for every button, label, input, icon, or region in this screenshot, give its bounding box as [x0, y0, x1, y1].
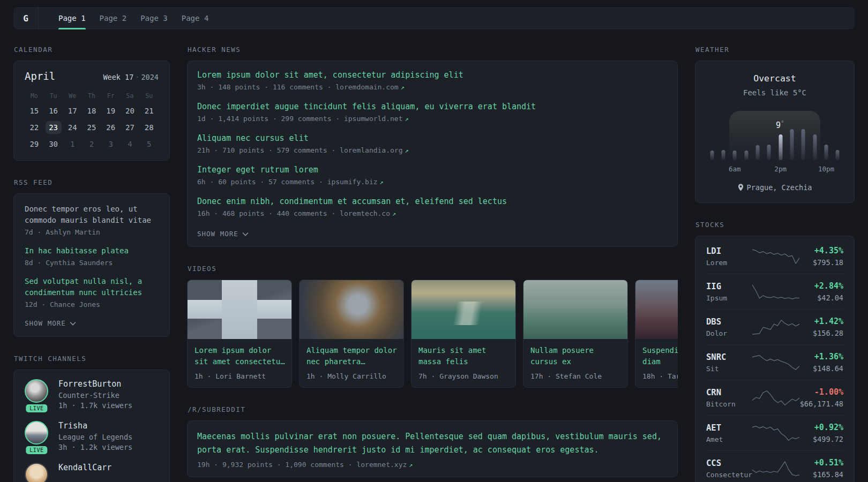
- tab-page-4[interactable]: Page 4: [175, 7, 216, 29]
- video-card[interactable]: Nullam posuere cursus ex 17h · Stefan Co…: [523, 280, 628, 388]
- stock-change: +0.51%: [799, 458, 843, 468]
- hn-item-meta: 21h · 710 points · 579 comments · loreml…: [197, 146, 668, 154]
- stock-symbol: CCS: [706, 458, 752, 468]
- stock-row[interactable]: IIG Ipsum +2.84% $42.04: [706, 274, 843, 309]
- video-card[interactable]: Suspendisse sodales diam 18h · Tara Walt…: [635, 280, 678, 388]
- calendar-day[interactable]: 28: [141, 121, 157, 134]
- tab-page-2[interactable]: Page 2: [93, 7, 134, 29]
- hn-item[interactable]: Integer eget rutrum lorem 6h · 60 points…: [197, 165, 668, 186]
- video-card[interactable]: Lorem ipsum dolor sit amet consectetu… 1…: [187, 280, 292, 388]
- stock-change: +0.92%: [799, 423, 843, 432]
- app-logo: G: [13, 7, 39, 29]
- calendar-day[interactable]: 2: [84, 138, 100, 150]
- temp-bar-cell: [717, 127, 729, 160]
- right-column: WEATHER Overcast Feels like 5°C 9° 6am2p…: [695, 46, 855, 482]
- calendar-year: 2024: [141, 73, 159, 81]
- calendar-day[interactable]: 22: [26, 121, 42, 134]
- stock-row[interactable]: LDI Lorem +4.35% $795.18: [706, 239, 843, 274]
- hn-item[interactable]: Lorem ipsum dolor sit amet, consectetur …: [197, 70, 668, 91]
- temp-bar-cell: [764, 127, 775, 160]
- rss-item[interactable]: Sed volutpat nulla nisl, a condimentum n…: [25, 276, 159, 308]
- video-meta: 1h · Lori Barnett: [194, 372, 285, 380]
- calendar-day[interactable]: 24: [64, 121, 80, 134]
- channel-game: League of Legends: [58, 433, 132, 441]
- avatar: [25, 463, 48, 482]
- video-title-line: nec pharetra…: [306, 356, 396, 367]
- channel-name: Trisha: [58, 421, 132, 431]
- hn-item[interactable]: Aliquam nec cursus elit 21h · 710 points…: [197, 133, 668, 154]
- rss-item[interactable]: Donec tempor eros leo, ut commodo mauris…: [25, 204, 159, 236]
- temp-bar-cell: [729, 127, 740, 160]
- calendar-day[interactable]: 18: [84, 104, 100, 117]
- hn-item-title: Donec imperdiet augue tincidunt felis al…: [197, 102, 668, 111]
- show-more-label: SHOW MORE: [197, 230, 238, 238]
- video-title-line: Nullam posuere: [530, 345, 620, 356]
- show-more-label: SHOW MORE: [25, 319, 66, 327]
- hn-item-title: Integer eget rutrum lorem: [197, 165, 668, 175]
- calendar-weekday-label: Tu: [44, 91, 63, 101]
- calendar-day[interactable]: 27: [122, 121, 138, 134]
- calendar-weekday-label: Fr: [101, 91, 121, 101]
- stock-name: Sit: [706, 365, 752, 373]
- calendar-day[interactable]: 15: [26, 104, 42, 117]
- stock-change: +4.35%: [799, 246, 843, 255]
- calendar-day[interactable]: 3: [103, 138, 119, 150]
- calendar-day[interactable]: 29: [26, 138, 42, 150]
- calendar-day[interactable]: 25: [84, 121, 100, 134]
- avatar: [25, 379, 48, 403]
- reddit-post[interactable]: Maecenas mollis pulvinar erat non posuer…: [197, 430, 668, 469]
- calendar-day[interactable]: 4: [122, 138, 138, 150]
- calendar-day[interactable]: 26: [103, 121, 119, 134]
- video-meta: 7h · Grayson Dawson: [418, 372, 508, 380]
- calendar-day[interactable]: 19: [103, 104, 119, 117]
- stocks-widget: STOCKS LDI Lorem +4.35% $795.18: [695, 221, 855, 482]
- channel-name: ForrestBurton: [58, 379, 132, 389]
- twitch-channel[interactable]: LIVE Trisha League of Legends 3h · 1.2k …: [25, 421, 159, 451]
- reddit-post-meta: 19h · 9,932 points · 1,090 comments · lo…: [197, 461, 668, 469]
- tab-page-1[interactable]: Page 1: [51, 7, 93, 29]
- rss-show-more-button[interactable]: SHOW MORE: [25, 319, 76, 327]
- calendar-day[interactable]: 30: [46, 138, 62, 150]
- calendar-day[interactable]: 1: [64, 138, 80, 150]
- twitch-channel[interactable]: LIVE ForrestBurton Counter-Strike 1h · 1…: [25, 379, 159, 410]
- hn-item[interactable]: Donec enim nibh, condimentum et accumsan…: [197, 197, 668, 217]
- reddit-post-title-line: Maecenas mollis pulvinar erat non posuer…: [197, 430, 668, 443]
- stock-row[interactable]: DBS Dolor +1.42% $156.28: [706, 309, 843, 344]
- tab-page-3[interactable]: Page 3: [133, 7, 175, 29]
- stocks-card: LDI Lorem +4.35% $795.18 IIG Ipsum: [695, 236, 855, 482]
- stock-sparkline: [752, 353, 799, 372]
- calendar-weekday-label: Th: [82, 91, 101, 101]
- stock-row[interactable]: CRN Bitcorn -1.00% $66,171.48: [706, 380, 843, 415]
- calendar-day[interactable]: 20: [122, 104, 138, 117]
- hn-show-more-button[interactable]: SHOW MORE: [197, 230, 249, 238]
- temp-bar: [802, 129, 805, 160]
- weather-widget: WEATHER Overcast Feels like 5°C 9° 6am2p…: [695, 46, 855, 203]
- video-card[interactable]: Aliquam tempor dolor nec pharetra… 1h · …: [299, 280, 404, 388]
- stock-name: Lorem: [706, 259, 752, 267]
- temp-bar: [779, 134, 782, 160]
- twitch-channel[interactable]: KendallCarr: [25, 463, 159, 482]
- calendar-day[interactable]: 17: [64, 104, 80, 117]
- calendar-widget: CALENDAR April Week 17·2024 MoTuWeThFrSa…: [13, 46, 170, 161]
- stock-id: SNRC Sit: [706, 352, 752, 373]
- channel-info: ForrestBurton Counter-Strike 1h · 1.7k v…: [58, 379, 132, 410]
- calendar-day[interactable]: 16: [46, 104, 62, 117]
- hn-item-meta: 3h · 148 points · 116 comments · loremdo…: [197, 83, 668, 91]
- stock-row[interactable]: SNRC Sit +1.36% $148.64: [706, 344, 843, 380]
- stock-row[interactable]: AET Amet +0.92% $499.72: [706, 415, 843, 450]
- hn-item[interactable]: Donec imperdiet augue tincidunt felis al…: [197, 102, 668, 123]
- external-link-icon: ↗: [409, 461, 413, 469]
- stock-row[interactable]: CCS Consectetur +0.51% $165.84: [706, 450, 843, 482]
- temp-bar-cell: [752, 127, 763, 160]
- calendar-day[interactable]: 5: [141, 138, 157, 150]
- stock-sparkline: [752, 388, 799, 408]
- calendar-day[interactable]: 23: [46, 121, 62, 134]
- videos-widget-title: VIDEOS: [188, 265, 678, 273]
- stock-price: $795.18: [799, 258, 843, 267]
- calendar-day[interactable]: 21: [141, 104, 157, 117]
- stock-change: +1.42%: [799, 317, 843, 326]
- stock-id: LDI Lorem: [706, 246, 752, 267]
- rss-item[interactable]: In hac habitasse platea 8d · Cynthia Sau…: [25, 245, 159, 267]
- video-card[interactable]: Mauris sit amet massa felis 7h · Grayson…: [411, 280, 516, 388]
- weather-bars: 9°: [706, 127, 843, 160]
